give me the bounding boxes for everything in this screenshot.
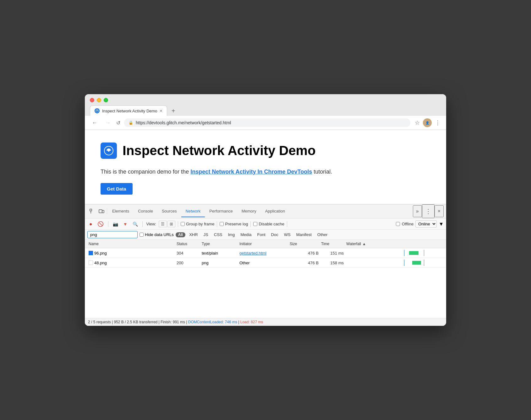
search-button[interactable]: 🔍 bbox=[131, 220, 140, 228]
toolbar-separator-4 bbox=[217, 221, 217, 227]
tab-performance[interactable]: Performance bbox=[205, 206, 237, 217]
offline-label: Offline bbox=[402, 222, 413, 226]
preserve-log-label: Preserve log bbox=[220, 222, 248, 226]
filter-input[interactable] bbox=[87, 231, 138, 238]
filter-doc[interactable]: Doc bbox=[269, 232, 280, 238]
svg-point-2 bbox=[108, 150, 110, 152]
back-button[interactable]: ← bbox=[90, 119, 99, 127]
toolbar-separator-1 bbox=[108, 221, 108, 227]
tab-sources[interactable]: Sources bbox=[157, 206, 181, 217]
row-type-48png: png bbox=[200, 261, 238, 265]
close-traffic-light[interactable] bbox=[90, 98, 94, 102]
header-type: Type bbox=[200, 242, 238, 246]
list-view-button[interactable]: ☰ bbox=[159, 221, 167, 227]
active-browser-tab[interactable]: Inspect Network Activity Demo × bbox=[90, 105, 167, 116]
site-icon bbox=[101, 143, 117, 159]
devtools-menu-button[interactable]: ⋮ bbox=[422, 204, 435, 218]
page-title: Inspect Network Activity Demo bbox=[123, 143, 316, 158]
disable-cache-label: Disable cache bbox=[253, 222, 284, 226]
reload-button[interactable]: ↺ bbox=[116, 120, 120, 126]
new-tab-button[interactable]: + bbox=[168, 106, 178, 116]
page-content: Inspect Network Activity Demo This is th… bbox=[85, 130, 446, 204]
all-filter-badge[interactable]: All bbox=[176, 232, 185, 237]
filter-font[interactable]: Font bbox=[255, 232, 267, 238]
red-timeline-line-2 bbox=[424, 260, 424, 266]
traffic-lights bbox=[90, 98, 441, 102]
tab-network[interactable]: Network bbox=[181, 206, 205, 217]
dom-content-loaded-label: DOMContentLoaded: 746 ms bbox=[188, 320, 237, 324]
view-buttons: ☰ ⊞ bbox=[159, 221, 175, 227]
filter-other[interactable]: Other bbox=[315, 232, 330, 238]
maximize-traffic-light[interactable] bbox=[104, 98, 108, 102]
filter-ws[interactable]: WS bbox=[282, 232, 293, 238]
disable-cache-checkbox[interactable] bbox=[253, 222, 257, 226]
filter-manifest[interactable]: Manifest bbox=[294, 232, 314, 238]
filter-media[interactable]: Media bbox=[238, 232, 253, 238]
tab-elements[interactable]: Elements bbox=[108, 206, 134, 217]
throttle-dropdown-icon: ▼ bbox=[439, 221, 444, 227]
tab-console[interactable]: Console bbox=[134, 206, 157, 217]
clear-button[interactable]: 🚫 bbox=[96, 220, 106, 228]
row-type-96png: text/plain bbox=[200, 251, 238, 256]
row-time-96png: 151 ms bbox=[320, 251, 345, 256]
table-row[interactable]: 48.png 200 png Other 476 B 158 ms bbox=[85, 258, 446, 268]
waterfall-bar-48png bbox=[412, 261, 421, 265]
element-picker-button[interactable] bbox=[87, 206, 97, 217]
filter-css[interactable]: CSS bbox=[212, 232, 224, 238]
row-waterfall-96png bbox=[345, 250, 444, 256]
table-row[interactable]: 96.png 304 text/plain getstarted.html 47… bbox=[85, 248, 446, 258]
view-label: View: bbox=[146, 222, 156, 226]
filter-button[interactable]: ▼ bbox=[121, 220, 129, 228]
load-label: Load: 827 ms bbox=[240, 320, 263, 324]
offline-checkbox[interactable] bbox=[396, 222, 400, 226]
table-header: Name Status Type Initiator Size Time Wat… bbox=[85, 240, 446, 248]
waterfall-bar-96png bbox=[409, 251, 419, 255]
tab-separator bbox=[107, 208, 107, 214]
filter-xhr[interactable]: XHR bbox=[187, 232, 200, 238]
get-data-button[interactable]: Get Data bbox=[101, 183, 133, 195]
row-name-96png: 96.png bbox=[87, 251, 175, 256]
devtools-close-button[interactable]: × bbox=[435, 205, 444, 217]
device-toggle-button[interactable] bbox=[97, 206, 106, 217]
camera-button[interactable]: 📷 bbox=[111, 220, 120, 228]
title-bar: Inspect Network Activity Demo × + bbox=[85, 94, 446, 116]
filter-js[interactable]: JS bbox=[202, 232, 210, 238]
red-timeline-line bbox=[424, 250, 424, 256]
tab-title: Inspect Network Activity Demo bbox=[102, 109, 157, 113]
tab-application[interactable]: Application bbox=[261, 206, 290, 217]
url-bar[interactable]: 🔒 https://devtools.glitch.me/network/get… bbox=[124, 118, 410, 127]
forward-button[interactable]: → bbox=[103, 119, 112, 127]
grid-view-button[interactable]: ⊞ bbox=[167, 221, 175, 227]
profile-button[interactable]: 👤 bbox=[423, 118, 432, 127]
row-size-48png: 476 B bbox=[288, 261, 320, 265]
blue-timeline-line bbox=[404, 250, 404, 256]
more-tabs-button[interactable]: » bbox=[413, 205, 422, 217]
description-suffix: tutorial. bbox=[312, 169, 332, 175]
toolbar-separator-2 bbox=[142, 221, 143, 227]
browser-tabs-row: Inspect Network Activity Demo × + bbox=[90, 105, 441, 116]
toolbar-separator-5 bbox=[250, 221, 251, 227]
bookmark-button[interactable]: ☆ bbox=[414, 119, 420, 127]
svg-rect-5 bbox=[99, 210, 102, 213]
header-size: Size bbox=[288, 242, 320, 246]
description-prefix: This is the companion demo for the bbox=[101, 169, 190, 175]
devtools-statusbar: 2 / 5 requests | 952 B / 2.5 KB transfer… bbox=[85, 318, 446, 326]
row-status-96png: 304 bbox=[175, 251, 200, 256]
tab-close-button[interactable]: × bbox=[160, 108, 162, 113]
record-button[interactable]: ● bbox=[87, 220, 94, 228]
group-by-frame-checkbox[interactable] bbox=[181, 222, 185, 226]
browser-menu-button[interactable]: ⋮ bbox=[434, 119, 441, 127]
throttle-select[interactable]: Online bbox=[415, 220, 437, 228]
header-waterfall: Waterfall ▲ bbox=[345, 242, 444, 246]
lock-icon: 🔒 bbox=[129, 121, 133, 125]
hide-data-urls-checkbox[interactable] bbox=[140, 233, 144, 237]
url-text: https://devtools.glitch.me/network/getst… bbox=[136, 120, 231, 125]
address-actions: ☆ 👤 ⋮ bbox=[414, 118, 441, 127]
tab-memory[interactable]: Memory bbox=[237, 206, 261, 217]
filter-img[interactable]: Img bbox=[226, 232, 237, 238]
initiator-link-96png[interactable]: getstarted.html bbox=[239, 251, 266, 256]
preserve-log-checkbox[interactable] bbox=[220, 222, 224, 226]
minimize-traffic-light[interactable] bbox=[97, 98, 101, 102]
devtools-link[interactable]: Inspect Network Activity In Chrome DevTo… bbox=[190, 169, 312, 175]
offline-group: Offline Online ▼ bbox=[396, 220, 444, 228]
